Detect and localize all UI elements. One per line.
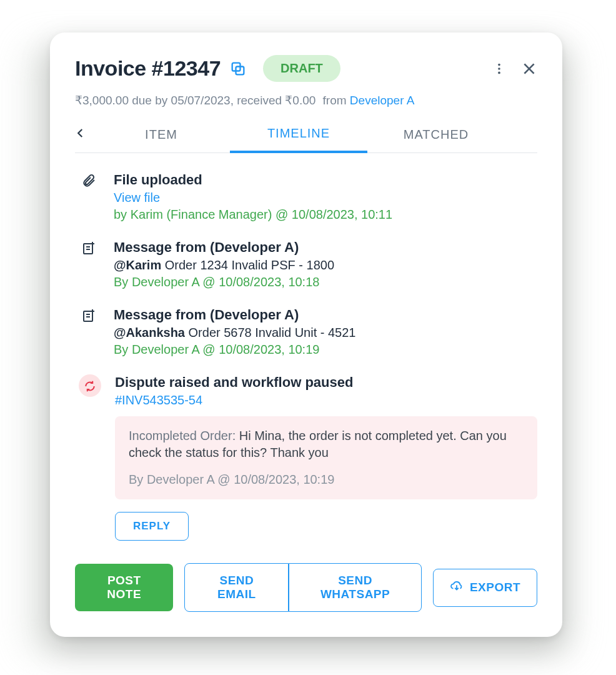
dispute-label: Incompleted Order: [129, 429, 236, 442]
header-actions [492, 61, 537, 77]
entry-message: @Karim Order 1234 Invalid PSF - 1800 [114, 258, 537, 272]
header-row: Invoice #12347 DRAFT [75, 55, 537, 82]
timeline-entry: Dispute raised and workflow paused #INV5… [81, 374, 537, 541]
svg-point-2 [498, 63, 500, 66]
cloud-download-icon [450, 579, 464, 596]
entry-body: Dispute raised and workflow paused #INV5… [115, 374, 537, 541]
dispute-reference[interactable]: #INV543535-54 [115, 393, 537, 408]
invoice-title: Invoice #12347 [75, 56, 221, 81]
export-label: EXPORT [470, 581, 520, 594]
tab-timeline[interactable]: TIMELINE [230, 121, 367, 153]
invoice-detail-card: Invoice #12347 DRAFT ₹3,000.00 due by 05… [50, 32, 562, 637]
dispute-by: By Developer A @ 10/08/2023, 10:19 [129, 471, 524, 488]
status-badge: DRAFT [263, 55, 340, 82]
invoice-subline: ₹3,000.00 due by 05/07/2023, received ₹0… [75, 93, 537, 108]
entry-meta: By Developer A @ 10/08/2023, 10:18 [114, 275, 537, 289]
post-note-button[interactable]: POST NOTE [75, 564, 173, 611]
entry-title: File uploaded [114, 172, 537, 188]
dispute-message-box: Incompleted Order: Hi Mina, the order is… [115, 416, 537, 499]
entry-title: Message from (Developer A) [114, 307, 537, 323]
timeline-entry: Message from (Developer A) @Akanksha Ord… [81, 307, 537, 357]
tab-matched[interactable]: MATCHED [367, 122, 505, 152]
reply-button[interactable]: REPLY [115, 512, 189, 541]
entry-meta: by Karim (Finance Manager) @ 10/08/2023,… [114, 208, 537, 222]
dispute-icon [79, 374, 101, 397]
from-name[interactable]: Developer A [350, 94, 415, 107]
note-icon [81, 307, 100, 357]
mention[interactable]: @Akanksha [114, 326, 185, 339]
export-button[interactable]: EXPORT [433, 569, 537, 607]
attachment-icon [81, 172, 100, 222]
entry-meta: By Developer A @ 10/08/2023, 10:19 [114, 342, 537, 357]
tab-back-icon[interactable] [75, 121, 92, 152]
tab-item[interactable]: ITEM [92, 122, 230, 152]
view-file-link[interactable]: View file [114, 191, 537, 205]
message-text: Order 1234 Invalid PSF - 1800 [165, 258, 334, 272]
due-text: ₹3,000.00 due by 05/07/2023, received ₹0… [75, 94, 315, 107]
timeline-list: File uploaded View file by Karim (Financ… [75, 172, 537, 541]
close-icon[interactable] [521, 61, 537, 77]
entry-body: Message from (Developer A) @Karim Order … [114, 239, 537, 289]
entry-title: Message from (Developer A) [114, 239, 537, 256]
entry-message: @Akanksha Order 5678 Invalid Unit - 4521 [114, 326, 537, 340]
entry-title: Dispute raised and workflow paused [115, 374, 537, 391]
timeline-entry: File uploaded View file by Karim (Financ… [81, 172, 537, 222]
message-text: Order 5678 Invalid Unit - 4521 [189, 326, 356, 339]
svg-point-4 [498, 71, 500, 74]
more-icon[interactable] [492, 62, 506, 76]
dispute-text: Incompleted Order: Hi Mina, the order is… [129, 428, 524, 461]
entry-body: File uploaded View file by Karim (Financ… [114, 172, 537, 222]
mention[interactable]: @Karim [114, 258, 161, 272]
timeline-entry: Message from (Developer A) @Karim Order … [81, 239, 537, 289]
entry-body: Message from (Developer A) @Akanksha Ord… [114, 307, 537, 357]
send-whatsapp-button[interactable]: SEND WHATSAPP [289, 563, 422, 612]
copy-icon[interactable] [229, 60, 247, 78]
tabs: ITEM TIMELINE MATCHED [75, 121, 537, 153]
note-icon [81, 239, 100, 289]
svg-point-3 [498, 68, 500, 70]
from-label: from [323, 94, 347, 107]
footer-actions: POST NOTE SEND EMAIL SEND WHATSAPP EXPOR… [75, 563, 537, 612]
send-email-button[interactable]: SEND EMAIL [184, 563, 289, 612]
